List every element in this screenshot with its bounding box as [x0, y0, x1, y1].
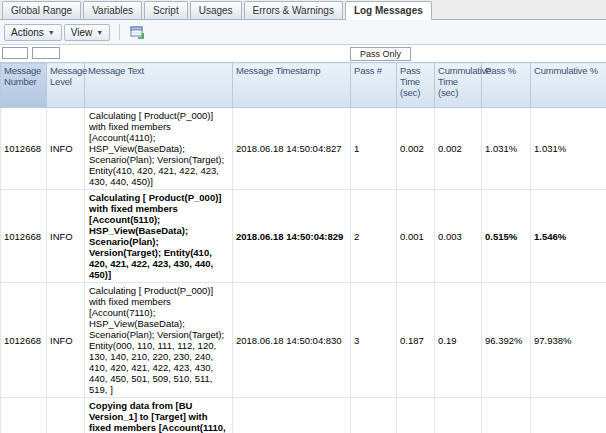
cell-message-number: 1012668	[1, 108, 47, 190]
cell-pass-time: 0.001	[397, 190, 435, 283]
toolbar-separator	[119, 24, 120, 40]
tab-errors-warnings[interactable]: Errors & Warnings	[244, 1, 343, 19]
cell-pass-number: 4	[351, 398, 397, 433]
tab-script[interactable]: Script	[144, 1, 188, 19]
column-header-message-text[interactable]: Message Text	[85, 63, 233, 108]
cell-cumulative-pct: 97.938%	[531, 283, 606, 398]
cell-message-timestamp: 2018.06.18 14:50:05:017	[233, 398, 351, 433]
cell-message-number: 1012553	[1, 398, 47, 433]
cell-pass-pct: 96.392%	[482, 283, 531, 398]
toolbar: Actions ▼ View ▼	[0, 20, 606, 45]
cell-pass-pct: 1.546%	[482, 398, 531, 433]
cell-message-text: Calculating [ Product(P_000)] with fixed…	[85, 108, 233, 190]
cell-message-number: 1012668	[1, 283, 47, 398]
detach-icon[interactable]	[127, 22, 147, 42]
cell-message-timestamp: 2018.06.18 14:50:04:827	[233, 108, 351, 190]
column-header-message-timestamp[interactable]: Message Timestamp	[233, 63, 351, 108]
cell-pass-time: 0.187	[397, 283, 435, 398]
cell-message-timestamp: 2018.06.18 14:50:04:829	[233, 190, 351, 283]
filter-input-message-number[interactable]	[2, 47, 28, 59]
cell-message-level: INFO	[47, 398, 85, 433]
view-menu-button[interactable]: View ▼	[64, 24, 110, 41]
cell-message-level: INFO	[47, 108, 85, 190]
tab-log-messages[interactable]: Log Messages	[345, 1, 432, 20]
cell-message-text: Calculating [ Product(P_000)] with fixed…	[85, 283, 233, 398]
tab-bar: Global Range Variables Script Usages Err…	[0, 0, 606, 20]
cell-message-level: INFO	[47, 190, 85, 283]
tab-variables[interactable]: Variables	[83, 1, 142, 19]
cell-pass-number: 1	[351, 108, 397, 190]
cell-pass-time: 0.002	[397, 108, 435, 190]
filter-row: Pass Only	[0, 45, 606, 62]
actions-menu-label: Actions	[11, 27, 44, 38]
column-header-pass-number[interactable]: Pass #	[351, 63, 397, 108]
filter-input-message-level[interactable]	[32, 47, 60, 59]
tab-usages[interactable]: Usages	[190, 1, 242, 19]
cell-message-text: Calculating [ Product(P_000)] with fixed…	[85, 190, 233, 283]
cell-pass-time: 0.003	[397, 398, 435, 433]
table-row[interactable]: 1012668 INFO Calculating [ Product(P_000…	[1, 283, 606, 398]
table-row[interactable]: 1012668 INFO Calculating [ Product(P_000…	[1, 190, 606, 283]
cell-message-timestamp: 2018.06.18 14:50:04:830	[233, 283, 351, 398]
cell-cumulative-time: 0.003	[435, 190, 482, 283]
chevron-down-icon: ▼	[96, 29, 103, 36]
view-menu-label: View	[71, 27, 93, 38]
tab-global-range[interactable]: Global Range	[2, 1, 81, 19]
column-header-message-number[interactable]: Message Number	[1, 63, 47, 108]
cell-cumulative-pct: 1.031%	[531, 108, 606, 190]
pass-only-label: Pass Only	[350, 47, 411, 61]
log-messages-table: Message Number Message Level Message Tex…	[0, 62, 606, 433]
actions-menu-button[interactable]: Actions ▼	[4, 24, 62, 41]
column-header-pass-pct[interactable]: Pass %	[482, 63, 531, 108]
table-row[interactable]: 1012553 INFO Copying data from [BU Versi…	[1, 398, 606, 433]
cell-cumulative-time: 0.002	[435, 108, 482, 190]
chevron-down-icon: ▼	[48, 29, 55, 36]
cell-message-number: 1012668	[1, 190, 47, 283]
column-header-message-level[interactable]: Message Level	[47, 63, 85, 108]
cell-message-text: Copying data from [BU Version_1] to [Tar…	[85, 398, 233, 433]
cell-pass-pct: 1.031%	[482, 108, 531, 190]
cell-cumulative-time: 0.19	[435, 283, 482, 398]
table-row[interactable]: 1012668 INFO Calculating [ Product(P_000…	[1, 108, 606, 190]
cell-cumulative-pct: 1.546%	[531, 190, 606, 283]
cell-cumulative-pct: 99.485%	[531, 398, 606, 433]
cell-cumulative-time: 0.193	[435, 398, 482, 433]
header-row: Message Number Message Level Message Tex…	[1, 63, 606, 108]
cell-pass-number: 2	[351, 190, 397, 283]
cell-pass-number: 3	[351, 283, 397, 398]
column-header-cumulative-pct[interactable]: Cummulative %	[531, 63, 606, 108]
column-header-cumulative-time[interactable]: Cummulative Time (sec)	[435, 63, 482, 108]
column-header-pass-time[interactable]: Pass Time (sec)	[397, 63, 435, 108]
cell-pass-pct: 0.515%	[482, 190, 531, 283]
cell-message-level: INFO	[47, 283, 85, 398]
